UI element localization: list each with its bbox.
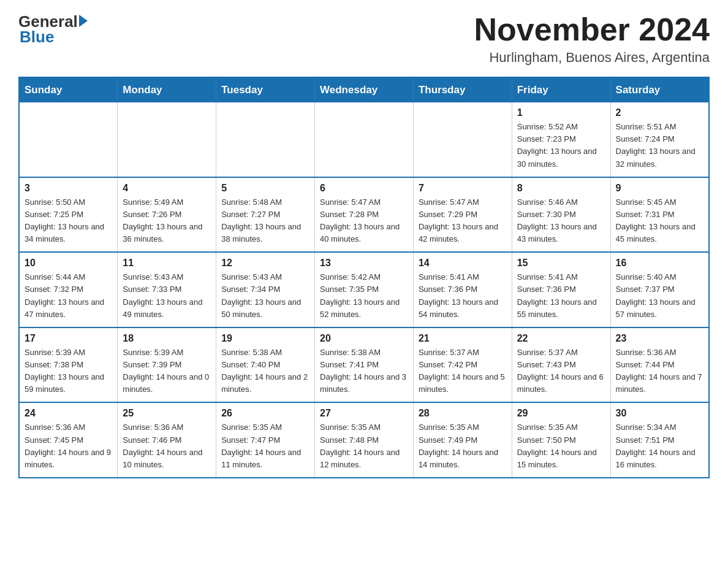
day-number: 9 [616, 183, 703, 194]
calendar-cell: 18Sunrise: 5:39 AMSunset: 7:39 PMDayligh… [118, 327, 216, 403]
calendar-cell [216, 102, 315, 177]
day-number: 29 [517, 408, 605, 419]
calendar-cell: 12Sunrise: 5:43 AMSunset: 7:34 PMDayligh… [216, 252, 315, 327]
day-number: 19 [221, 333, 309, 344]
day-number: 14 [419, 258, 507, 269]
day-number: 20 [320, 333, 408, 344]
calendar-cell: 2Sunrise: 5:51 AMSunset: 7:24 PMDaylight… [610, 102, 709, 177]
calendar-cell: 5Sunrise: 5:48 AMSunset: 7:27 PMDaylight… [216, 177, 315, 253]
day-number: 6 [320, 183, 408, 194]
logo-blue: Blue [18, 28, 54, 47]
header-tuesday: Tuesday [216, 77, 315, 102]
day-info: Sunrise: 5:38 AMSunset: 7:40 PMDaylight:… [221, 347, 309, 396]
title-area: November 2024 Hurlingham, Buenos Aires, … [474, 12, 710, 66]
day-info: Sunrise: 5:49 AMSunset: 7:26 PMDaylight:… [123, 196, 211, 246]
logo-arrow-icon [79, 15, 88, 27]
calendar-header: Sunday Monday Tuesday Wednesday Thursday… [19, 77, 709, 102]
weekday-header-row: Sunday Monday Tuesday Wednesday Thursday… [19, 77, 709, 102]
calendar-cell: 15Sunrise: 5:41 AMSunset: 7:36 PMDayligh… [512, 252, 610, 327]
day-info: Sunrise: 5:37 AMSunset: 7:42 PMDaylight:… [419, 347, 507, 396]
calendar-cell: 26Sunrise: 5:35 AMSunset: 7:47 PMDayligh… [216, 402, 315, 478]
day-info: Sunrise: 5:47 AMSunset: 7:28 PMDaylight:… [320, 196, 408, 246]
day-info: Sunrise: 5:45 AMSunset: 7:31 PMDaylight:… [616, 196, 703, 246]
header-saturday: Saturday [610, 77, 709, 102]
day-number: 7 [419, 183, 507, 194]
calendar-cell: 3Sunrise: 5:50 AMSunset: 7:25 PMDaylight… [19, 177, 118, 253]
day-number: 5 [221, 183, 309, 194]
calendar-cell: 24Sunrise: 5:36 AMSunset: 7:45 PMDayligh… [19, 402, 118, 478]
day-number: 8 [517, 183, 605, 194]
day-info: Sunrise: 5:36 AMSunset: 7:45 PMDaylight:… [25, 421, 112, 471]
day-info: Sunrise: 5:52 AMSunset: 7:23 PMDaylight:… [517, 121, 605, 170]
day-number: 22 [517, 333, 605, 344]
day-number: 24 [25, 408, 112, 419]
day-info: Sunrise: 5:35 AMSunset: 7:49 PMDaylight:… [419, 421, 507, 471]
day-number: 2 [616, 107, 703, 118]
header-friday: Friday [512, 77, 610, 102]
calendar-cell: 14Sunrise: 5:41 AMSunset: 7:36 PMDayligh… [413, 252, 512, 327]
calendar-cell: 17Sunrise: 5:39 AMSunset: 7:38 PMDayligh… [19, 327, 118, 403]
day-number: 3 [25, 183, 112, 194]
calendar-cell: 19Sunrise: 5:38 AMSunset: 7:40 PMDayligh… [216, 327, 315, 403]
calendar-body: 1Sunrise: 5:52 AMSunset: 7:23 PMDaylight… [19, 102, 709, 478]
day-number: 27 [320, 408, 408, 419]
day-number: 13 [320, 258, 408, 269]
day-info: Sunrise: 5:42 AMSunset: 7:35 PMDaylight:… [320, 271, 408, 321]
day-info: Sunrise: 5:35 AMSunset: 7:47 PMDaylight:… [221, 421, 309, 471]
header-thursday: Thursday [413, 77, 512, 102]
day-info: Sunrise: 5:37 AMSunset: 7:43 PMDaylight:… [517, 347, 605, 396]
calendar-cell [413, 102, 512, 177]
week-row-3: 10Sunrise: 5:44 AMSunset: 7:32 PMDayligh… [19, 252, 709, 327]
day-info: Sunrise: 5:41 AMSunset: 7:36 PMDaylight:… [517, 271, 605, 321]
day-info: Sunrise: 5:51 AMSunset: 7:24 PMDaylight:… [616, 121, 703, 170]
day-info: Sunrise: 5:50 AMSunset: 7:25 PMDaylight:… [25, 196, 112, 246]
day-info: Sunrise: 5:41 AMSunset: 7:36 PMDaylight:… [419, 271, 507, 321]
calendar-cell: 1Sunrise: 5:52 AMSunset: 7:23 PMDaylight… [512, 102, 610, 177]
day-number: 17 [25, 333, 112, 344]
calendar-cell: 20Sunrise: 5:38 AMSunset: 7:41 PMDayligh… [315, 327, 414, 403]
day-info: Sunrise: 5:35 AMSunset: 7:50 PMDaylight:… [517, 421, 605, 471]
day-number: 18 [123, 333, 211, 344]
day-number: 28 [419, 408, 507, 419]
day-info: Sunrise: 5:48 AMSunset: 7:27 PMDaylight:… [221, 196, 309, 246]
calendar-cell [315, 102, 414, 177]
day-info: Sunrise: 5:40 AMSunset: 7:37 PMDaylight:… [616, 271, 703, 321]
calendar-cell: 30Sunrise: 5:34 AMSunset: 7:51 PMDayligh… [610, 402, 709, 478]
day-info: Sunrise: 5:36 AMSunset: 7:46 PMDaylight:… [123, 421, 211, 471]
calendar-cell: 7Sunrise: 5:47 AMSunset: 7:29 PMDaylight… [413, 177, 512, 253]
day-info: Sunrise: 5:47 AMSunset: 7:29 PMDaylight:… [419, 196, 507, 246]
week-row-4: 17Sunrise: 5:39 AMSunset: 7:38 PMDayligh… [19, 327, 709, 403]
day-number: 12 [221, 258, 309, 269]
calendar-cell: 11Sunrise: 5:43 AMSunset: 7:33 PMDayligh… [118, 252, 216, 327]
calendar-cell [19, 102, 118, 177]
calendar-cell: 29Sunrise: 5:35 AMSunset: 7:50 PMDayligh… [512, 402, 610, 478]
day-info: Sunrise: 5:39 AMSunset: 7:39 PMDaylight:… [123, 347, 211, 396]
logo: General Blue [18, 12, 88, 47]
calendar-cell: 22Sunrise: 5:37 AMSunset: 7:43 PMDayligh… [512, 327, 610, 403]
calendar-cell: 16Sunrise: 5:40 AMSunset: 7:37 PMDayligh… [610, 252, 709, 327]
day-number: 26 [221, 408, 309, 419]
calendar-cell: 21Sunrise: 5:37 AMSunset: 7:42 PMDayligh… [413, 327, 512, 403]
header-sunday: Sunday [19, 77, 118, 102]
month-title: November 2024 [474, 12, 710, 47]
calendar-cell: 4Sunrise: 5:49 AMSunset: 7:26 PMDaylight… [118, 177, 216, 253]
calendar-cell: 13Sunrise: 5:42 AMSunset: 7:35 PMDayligh… [315, 252, 414, 327]
day-info: Sunrise: 5:34 AMSunset: 7:51 PMDaylight:… [616, 421, 703, 471]
day-info: Sunrise: 5:43 AMSunset: 7:34 PMDaylight:… [221, 271, 309, 321]
day-number: 1 [517, 107, 605, 118]
day-info: Sunrise: 5:38 AMSunset: 7:41 PMDaylight:… [320, 347, 408, 396]
week-row-5: 24Sunrise: 5:36 AMSunset: 7:45 PMDayligh… [19, 402, 709, 478]
day-number: 23 [616, 333, 703, 344]
calendar-cell: 28Sunrise: 5:35 AMSunset: 7:49 PMDayligh… [413, 402, 512, 478]
day-info: Sunrise: 5:43 AMSunset: 7:33 PMDaylight:… [123, 271, 211, 321]
page-header: General Blue November 2024 Hurlingham, B… [18, 12, 710, 66]
day-number: 25 [123, 408, 211, 419]
header-monday: Monday [118, 77, 216, 102]
day-info: Sunrise: 5:36 AMSunset: 7:44 PMDaylight:… [616, 347, 703, 396]
day-info: Sunrise: 5:44 AMSunset: 7:32 PMDaylight:… [25, 271, 112, 321]
calendar-table: Sunday Monday Tuesday Wednesday Thursday… [18, 77, 710, 478]
calendar-cell: 8Sunrise: 5:46 AMSunset: 7:30 PMDaylight… [512, 177, 610, 253]
day-number: 10 [25, 258, 112, 269]
calendar-cell: 25Sunrise: 5:36 AMSunset: 7:46 PMDayligh… [118, 402, 216, 478]
day-info: Sunrise: 5:46 AMSunset: 7:30 PMDaylight:… [517, 196, 605, 246]
